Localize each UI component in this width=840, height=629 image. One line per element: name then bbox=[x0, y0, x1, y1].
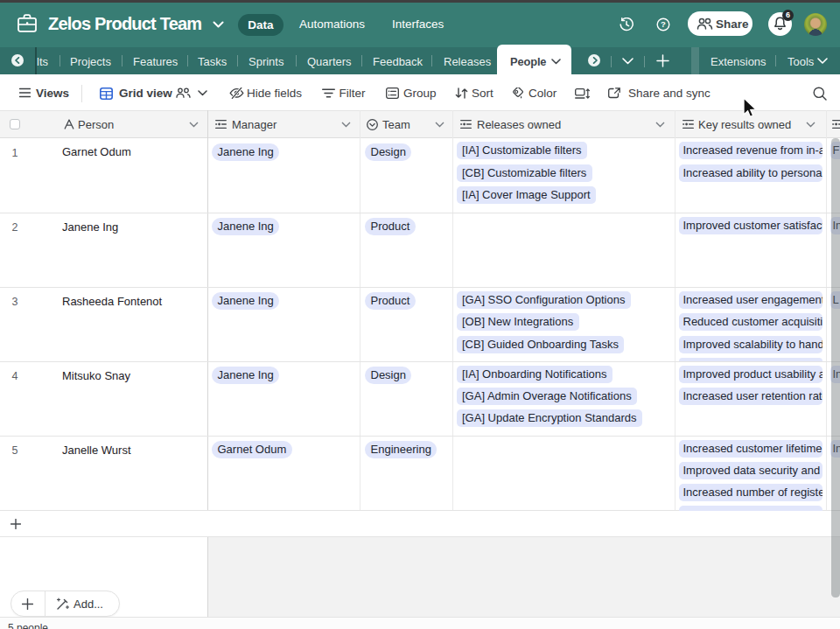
svg-text:?: ? bbox=[661, 19, 666, 29]
